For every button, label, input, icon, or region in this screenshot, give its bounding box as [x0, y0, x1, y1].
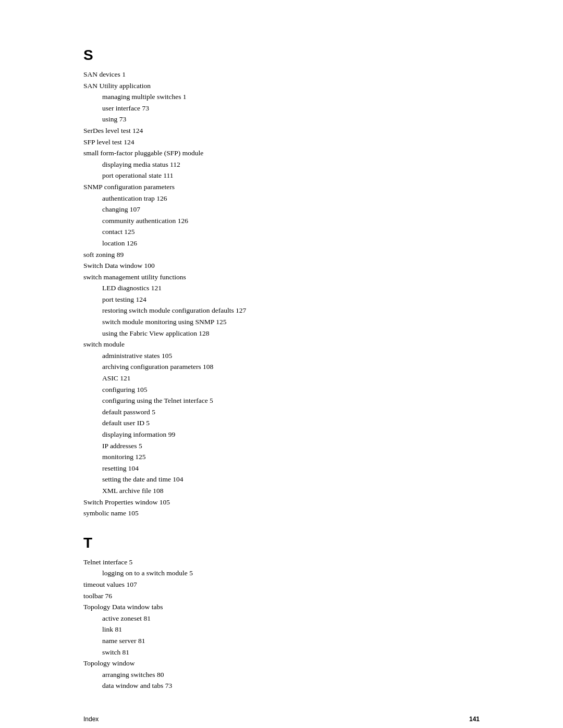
list-item: restoring switch module configuration de… — [102, 305, 480, 316]
list-item: Telnet interface 5 — [83, 557, 480, 568]
list-item: managing multiple switches 1 — [102, 91, 480, 103]
list-item: SFP level test 124 — [83, 137, 480, 148]
list-item: configuring 105 — [102, 384, 480, 396]
list-item: authentication trap 126 — [102, 193, 480, 204]
list-item: port operational state 111 — [102, 170, 480, 181]
list-item: LED diagnostics 121 — [102, 282, 480, 294]
list-item: ASIC 121 — [102, 373, 480, 384]
list-item: toolbar 76 — [83, 590, 480, 602]
list-item: Topology Data window tabs — [83, 601, 480, 613]
list-item: community authentication 126 — [102, 215, 480, 227]
list-item: user interface 73 — [102, 103, 480, 114]
list-item: switch management utility functions — [83, 272, 480, 283]
s-section: S SAN devices 1SAN Utility applicationma… — [83, 47, 480, 519]
list-item: resetting 104 — [102, 463, 480, 474]
list-item: administrative states 105 — [102, 350, 480, 362]
list-item: port testing 124 — [102, 294, 480, 305]
page-container: S SAN devices 1SAN Utility applicationma… — [0, 0, 563, 728]
list-item: data window and tabs 73 — [102, 680, 480, 692]
list-item: monitoring 125 — [102, 451, 480, 463]
list-item: default password 5 — [102, 406, 480, 418]
list-item: logging on to a switch module 5 — [102, 567, 480, 579]
list-item: location 126 — [102, 238, 480, 249]
list-item: Topology window — [83, 658, 480, 669]
list-item: SAN devices 1 — [83, 69, 480, 80]
list-item: setting the date and time 104 — [102, 474, 480, 485]
list-item: displaying information 99 — [102, 429, 480, 440]
list-item: archiving configuration parameters 108 — [102, 361, 480, 373]
page-footer: Index 141 — [83, 715, 480, 723]
list-item: switch module monitoring using SNMP 125 — [102, 316, 480, 328]
t-section: T Telnet interface 5logging on to a swit… — [83, 535, 480, 692]
list-item: SAN Utility application — [83, 80, 480, 92]
t-letter: T — [83, 535, 480, 551]
list-item: soft zoning 89 — [83, 249, 480, 261]
list-item: default user ID 5 — [102, 417, 480, 429]
list-item: arranging switches 80 — [102, 669, 480, 681]
list-item: small form-factor pluggable (SFP) module — [83, 147, 480, 159]
s-entries: SAN devices 1SAN Utility applicationmana… — [83, 69, 480, 519]
list-item: contact 125 — [102, 226, 480, 238]
list-item: XML archive file 108 — [102, 485, 480, 497]
list-item: Switch Data window 100 — [83, 260, 480, 272]
list-item: SNMP configuration parameters — [83, 181, 480, 193]
list-item: SerDes level test 124 — [83, 125, 480, 137]
t-entries: Telnet interface 5logging on to a switch… — [83, 557, 480, 692]
s-letter: S — [83, 47, 480, 64]
list-item: changing 107 — [102, 204, 480, 215]
list-item: switch 81 — [102, 647, 480, 658]
list-item: IP addresses 5 — [102, 440, 480, 452]
list-item: name server 81 — [102, 635, 480, 647]
list-item: Switch Properties window 105 — [83, 497, 480, 508]
footer-label: Index — [83, 715, 99, 723]
list-item: using 73 — [102, 114, 480, 125]
page-number: 141 — [469, 715, 480, 723]
list-item: active zoneset 81 — [102, 613, 480, 624]
list-item: link 81 — [102, 624, 480, 635]
list-item: displaying media status 112 — [102, 159, 480, 170]
list-item: configuring using the Telnet interface 5 — [102, 395, 480, 406]
list-item: switch module — [83, 339, 480, 350]
list-item: using the Fabric View application 128 — [102, 328, 480, 339]
list-item: symbolic name 105 — [83, 508, 480, 519]
list-item: timeout values 107 — [83, 579, 480, 590]
